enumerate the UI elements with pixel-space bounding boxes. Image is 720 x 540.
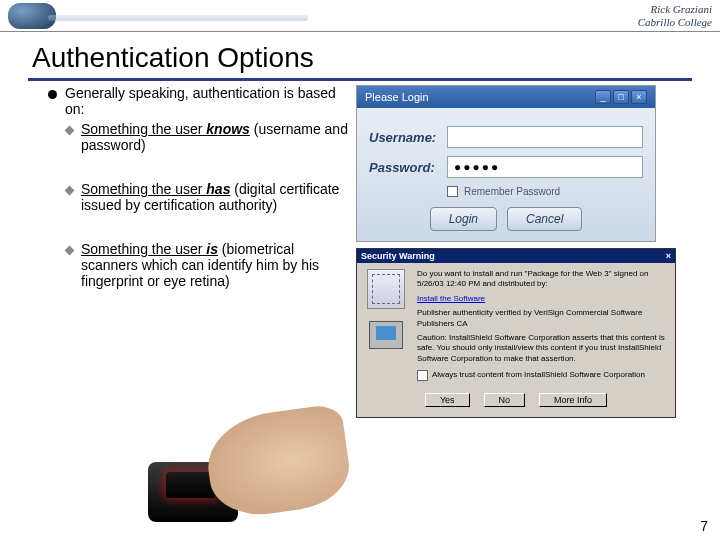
header-bar: Rick Graziani Cabrillo College: [0, 0, 720, 32]
always-trust-checkbox[interactable]: [417, 370, 428, 381]
page-number: 7: [700, 518, 708, 534]
computer-icon: [369, 321, 403, 349]
header-author: Rick Graziani Cabrillo College: [638, 3, 712, 27]
list-item: Something the user knows (username and p…: [66, 121, 348, 153]
slide-title: Authentication Options: [0, 32, 720, 78]
remember-label: Remember Password: [464, 186, 560, 197]
login-button[interactable]: Login: [430, 207, 497, 231]
password-label: Password:: [369, 160, 447, 175]
login-title-text: Please Login: [365, 91, 429, 103]
bullet-diamond-icon: [65, 126, 75, 136]
close-icon[interactable]: ×: [631, 90, 647, 104]
bullet-diamond-icon: [65, 186, 75, 196]
header-orb-icon: [8, 3, 56, 29]
certificate-icon: [367, 269, 405, 309]
bullet-diamond-icon: [65, 246, 75, 256]
list-item: Something the user has (digital certific…: [66, 181, 348, 213]
intro-text: Generally speaking, authentication is ba…: [65, 85, 348, 117]
security-warning-dialog: Security Warning × Do you want to instal…: [356, 248, 676, 418]
bullet-list: Generally speaking, authentication is ba…: [48, 85, 348, 418]
secwarn-title-text: Security Warning: [361, 251, 435, 261]
username-label: Username:: [369, 130, 447, 145]
header-decoration: [8, 3, 56, 29]
list-item: Something the user is (biometrical scann…: [66, 241, 348, 289]
minimize-icon[interactable]: _: [595, 90, 611, 104]
username-input[interactable]: [447, 126, 643, 148]
fingerprint-scanner-image: [148, 412, 348, 522]
list-item: Generally speaking, authentication is ba…: [48, 85, 348, 117]
always-trust-label: Always trust content from InstallShield …: [432, 370, 645, 380]
login-titlebar: Please Login _ □ ×: [357, 86, 655, 108]
author-name: Rick Graziani: [638, 3, 712, 15]
bullet-disc-icon: [48, 90, 57, 99]
install-link[interactable]: Install the Software: [417, 294, 669, 304]
bullet-text: Something the user has (digital certific…: [81, 181, 348, 213]
remember-checkbox[interactable]: [447, 186, 458, 197]
yes-button[interactable]: Yes: [425, 393, 470, 407]
maximize-icon[interactable]: □: [613, 90, 629, 104]
bullet-text: Something the user is (biometrical scann…: [81, 241, 348, 289]
login-dialog: Please Login _ □ × Username: Password:: [356, 85, 656, 242]
more-info-button[interactable]: More Info: [539, 393, 607, 407]
close-icon[interactable]: ×: [666, 251, 671, 261]
author-org: Cabrillo College: [638, 16, 712, 28]
hand-icon: [202, 403, 355, 522]
cancel-button[interactable]: Cancel: [507, 207, 582, 231]
bullet-text: Something the user knows (username and p…: [81, 121, 348, 153]
no-button[interactable]: No: [484, 393, 526, 407]
password-input[interactable]: [447, 156, 643, 178]
secwarn-body-text: Do you want to install and run "Package …: [417, 269, 669, 381]
secwarn-titlebar: Security Warning ×: [357, 249, 675, 263]
